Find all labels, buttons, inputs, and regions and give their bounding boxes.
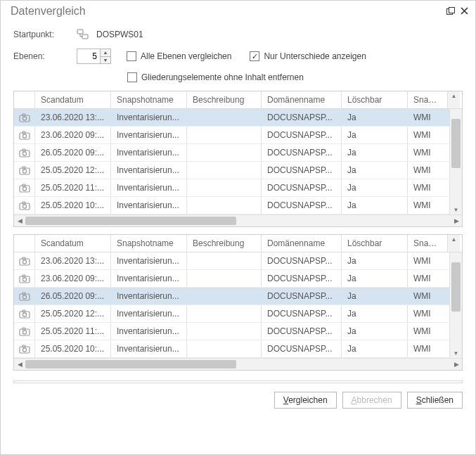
checkbox-box xyxy=(127,51,136,61)
hscroll-thumb[interactable] xyxy=(25,217,236,225)
table-row[interactable]: 25.05.2020 12:...Inventarisierun...DOCUS… xyxy=(14,305,449,323)
cell-loeschbar: Ja xyxy=(342,179,408,196)
col-snapshotname[interactable]: Snapshotname xyxy=(111,91,187,108)
col-icon[interactable] xyxy=(14,235,35,252)
cell-beschreibung xyxy=(187,270,262,287)
vscroll[interactable]: ▲ xyxy=(447,91,460,108)
startpoint-icon xyxy=(77,29,89,40)
table-row[interactable]: 23.06.2020 13:...Inventarisierun...DOCUS… xyxy=(14,252,449,270)
cell-scandatum: 25.05.2020 11:... xyxy=(35,179,111,196)
stepper-up-icon[interactable]: ▲ xyxy=(101,49,110,56)
col-icon[interactable] xyxy=(14,91,35,108)
hscroll[interactable]: ◀ ▶ xyxy=(14,214,462,226)
col-snapshot[interactable]: Snapsh xyxy=(408,235,447,252)
grid-header: Scandatum Snapshotname Beschreibung Domä… xyxy=(14,91,462,109)
grid-bottom: Scandatum Snapshotname Beschreibung Domä… xyxy=(13,234,463,371)
camera-icon xyxy=(14,288,35,305)
col-beschreibung[interactable]: Beschreibung xyxy=(187,91,262,108)
cell-loeschbar: Ja xyxy=(342,288,408,305)
cell-domaenenname: DOCUSNAPSP... xyxy=(262,144,342,161)
table-row[interactable]: 23.06.2020 09:...Inventarisierun...DOCUS… xyxy=(14,270,449,288)
col-loeschbar[interactable]: Löschbar xyxy=(342,235,408,252)
cancel-button[interactable]: Abbrechen xyxy=(342,392,401,409)
col-scandatum[interactable]: Scandatum xyxy=(35,235,111,252)
cell-snapshot-type: WMI xyxy=(408,340,447,357)
vscroll[interactable]: ▼ xyxy=(449,109,462,214)
vscroll-thumb[interactable] xyxy=(451,262,461,312)
cell-loeschbar: Ja xyxy=(342,197,408,214)
table-row[interactable]: 26.05.2020 09:...Inventarisierun...DOCUS… xyxy=(14,144,449,162)
svg-point-32 xyxy=(22,312,26,316)
progress-bar xyxy=(13,380,463,383)
col-scandatum[interactable]: Scandatum xyxy=(35,91,111,108)
camera-icon xyxy=(14,179,35,196)
vscroll[interactable]: ▲ xyxy=(447,235,460,252)
hscroll-right-icon[interactable]: ▶ xyxy=(451,217,462,224)
cell-domaenenname: DOCUSNAPSP... xyxy=(262,127,342,143)
svg-point-29 xyxy=(22,295,26,298)
table-row[interactable]: 25.05.2020 10:...Inventarisierun...DOCUS… xyxy=(14,197,449,214)
startpoint-value: DOSPWS01 xyxy=(96,30,143,39)
camera-icon xyxy=(14,162,35,179)
cell-beschreibung xyxy=(187,252,262,269)
levels-input[interactable] xyxy=(77,49,100,63)
close-button[interactable]: Schließen xyxy=(407,392,463,409)
checkbox-only-diff[interactable]: ✓ Nur Unterschiede anzeigen xyxy=(250,51,366,61)
checkbox-all-levels[interactable]: Alle Ebenen vergleichen xyxy=(127,51,231,61)
dialog-window: Datenvergleich Startpunkt: DOSPWS01 Eben… xyxy=(0,0,476,455)
col-domaenenname[interactable]: Domänenname xyxy=(262,91,342,108)
table-row[interactable]: 23.06.2020 13:...Inventarisierun...DOCUS… xyxy=(14,109,449,127)
hscroll-left-icon[interactable]: ◀ xyxy=(14,361,25,368)
svg-rect-2 xyxy=(77,30,83,34)
cell-snapshot-type: WMI xyxy=(408,162,447,179)
hscroll[interactable]: ◀ ▶ xyxy=(14,358,462,370)
cell-domaenenname: DOCUSNAPSP... xyxy=(262,288,342,305)
svg-rect-1 xyxy=(449,8,455,13)
vscroll-thumb[interactable] xyxy=(451,119,461,168)
table-row[interactable]: 25.05.2020 11:...Inventarisierun...DOCUS… xyxy=(14,179,449,197)
checkbox-label: Gliederungselemente ohne Inhalt entferne… xyxy=(141,72,304,82)
col-snapshotname[interactable]: Snapshotname xyxy=(111,235,187,252)
cell-snapshotname: Inventarisierun... xyxy=(111,270,187,287)
hscroll-right-icon[interactable]: ▶ xyxy=(451,361,462,368)
table-row[interactable]: 25.05.2020 11:...Inventarisierun...DOCUS… xyxy=(14,323,449,340)
col-loeschbar[interactable]: Löschbar xyxy=(342,91,408,108)
levels-stepper[interactable]: ▲ ▼ xyxy=(77,49,111,64)
svg-point-23 xyxy=(22,259,26,263)
cell-beschreibung xyxy=(187,323,262,340)
cell-loeschbar: Ja xyxy=(342,144,408,161)
checkbox-label: Alle Ebenen vergleichen xyxy=(141,51,231,61)
col-domaenenname[interactable]: Domänenname xyxy=(262,235,342,252)
grid-header: Scandatum Snapshotname Beschreibung Domä… xyxy=(14,235,462,252)
col-beschreibung[interactable]: Beschreibung xyxy=(187,235,262,252)
cell-loeschbar: Ja xyxy=(342,109,408,126)
camera-icon xyxy=(14,109,35,126)
cell-domaenenname: DOCUSNAPSP... xyxy=(262,340,342,357)
compare-button[interactable]: Vergleichen xyxy=(274,392,337,409)
cell-snapshot-type: WMI xyxy=(408,323,447,340)
svg-point-26 xyxy=(22,277,26,281)
checkbox-remove-empty[interactable]: Gliederungselemente ohne Inhalt entferne… xyxy=(127,72,304,82)
hscroll-left-icon[interactable]: ◀ xyxy=(14,217,25,224)
table-row[interactable]: 23.06.2020 09:...Inventarisierun...DOCUS… xyxy=(14,127,449,144)
cell-scandatum: 23.06.2020 09:... xyxy=(35,127,111,143)
svg-point-17 xyxy=(22,186,26,190)
cell-snapshot-type: WMI xyxy=(408,305,447,322)
col-snapshot[interactable]: Snapsh xyxy=(408,91,447,108)
grid-top: Scandatum Snapshotname Beschreibung Domä… xyxy=(13,91,463,227)
table-row[interactable]: 25.05.2020 10:...Inventarisierun...DOCUS… xyxy=(14,340,449,358)
cell-scandatum: 25.05.2020 12:... xyxy=(35,305,111,322)
cell-beschreibung xyxy=(187,197,262,214)
cell-beschreibung xyxy=(187,162,262,179)
close-icon[interactable] xyxy=(461,6,468,17)
hscroll-thumb[interactable] xyxy=(25,360,236,369)
maximize-icon[interactable] xyxy=(446,6,455,17)
stepper-down-icon[interactable]: ▼ xyxy=(101,56,110,64)
vscroll[interactable]: ▼ xyxy=(449,252,462,358)
options-row: Ebenen: ▲ ▼ Alle Ebenen vergleichen ✓ Nu… xyxy=(13,49,463,64)
svg-point-8 xyxy=(22,134,26,137)
table-row[interactable]: 25.05.2020 12:...Inventarisierun...DOCUS… xyxy=(14,162,449,179)
cell-snapshot-type: WMI xyxy=(408,288,447,305)
cell-scandatum: 25.05.2020 10:... xyxy=(35,340,111,357)
table-row[interactable]: 26.05.2020 09:...Inventarisierun...DOCUS… xyxy=(14,288,449,305)
